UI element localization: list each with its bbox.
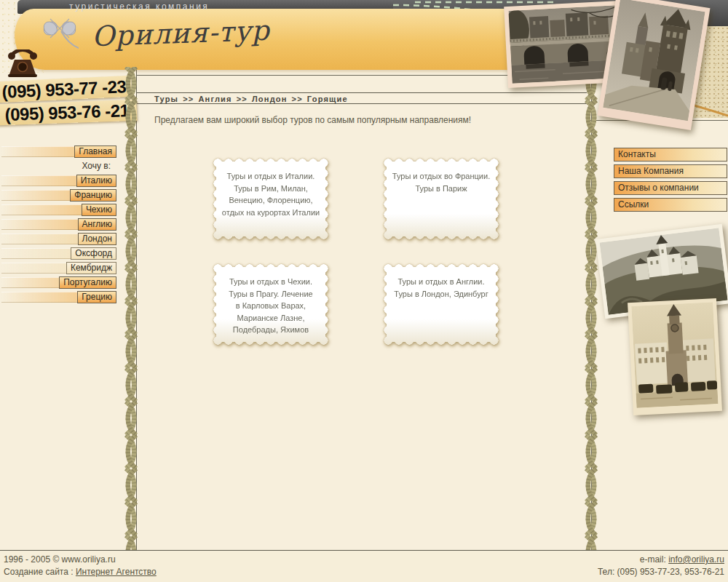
nav-item-greece[interactable]: Грецию [1,291,116,303]
footer-site-by-label: Создание сайта : [4,567,74,577]
tour-card-france[interactable]: Туры и отдых во Франции. Туры в Париж [383,158,499,240]
nav-item-our-company[interactable]: Наша Компания [614,164,727,178]
tour-card-czech[interactable]: Туры и отдых в Чехии. Туры в Прагу. Лече… [213,263,329,346]
nav-label[interactable]: Оксфорд [71,247,116,260]
tour-card-text: Туры и отдых в Англии. Туры в Лондон, Эд… [387,267,496,300]
nav-label[interactable]: Францию [70,189,116,202]
nav-item-london[interactable]: Лондон [1,233,116,245]
company-logo[interactable]: Орилия-тур [91,15,270,53]
right-navigation: Контакты Наша Компания Отзывы о компании… [614,148,727,215]
nav-label[interactable]: Главная [74,146,116,158]
breadcrumb-separator: >> [237,95,248,103]
nav-item-portugal[interactable]: Португалию [1,276,116,289]
nav-label[interactable]: Лондон [78,233,116,245]
nav-label[interactable]: Италию [76,175,116,187]
tour-card-text: Туры и отдых во Франции. Туры в Париж [387,162,496,194]
intro-text: Предлагаем вам широкий выбор туров по са… [154,115,471,125]
tour-card-text: Туры и отдых в Чехии. Туры в Прагу. Лече… [216,267,325,336]
right-rope-decoration [582,67,601,550]
breadcrumb-england[interactable]: Англия [198,95,232,103]
footer-email-link[interactable]: info@oriliya.ru [668,554,724,565]
nav-item-links[interactable]: Ссылки [614,198,727,212]
clover-logo-icon[interactable] [42,12,79,54]
nav-item-england[interactable]: Англию [1,218,116,231]
nav-caption-want-to: Хочу в: [1,160,116,172]
nav-item-cambridge[interactable]: Кембридж [1,262,116,274]
breadcrumb-hot-tours[interactable]: Горящие [307,95,348,103]
nav-label[interactable]: Англию [78,218,116,231]
tour-card-england[interactable]: Туры и отдых в Англии. Туры в Лондон, Эд… [383,263,499,346]
left-navigation: Главная Хочу в: Италию Францию Чехию Анг… [1,146,116,306]
nav-item-reviews[interactable]: Отзывы о компании [614,181,727,195]
oriliya-tour-page: туристическая компания Орилия-тур [0,0,728,582]
tour-card-italy[interactable]: Туры и отдых в Италии. Туры в Рим, Милан… [213,158,329,240]
nav-item-czech[interactable]: Чехию [1,204,116,216]
vintage-photo-tower [598,0,711,130]
retro-telephone-icon [6,49,39,81]
nav-item-home[interactable]: Главная [1,146,116,158]
breadcrumb: Туры>>Англия>>Лондон>>Горящие [137,92,587,104]
breadcrumb-separator: >> [183,95,194,103]
left-rope-decoration [122,67,141,550]
nav-label[interactable]: Чехию [82,204,116,216]
footer-site-by-link[interactable]: Интернет Агентство [76,567,157,577]
nav-label[interactable]: Португалию [59,276,116,289]
breadcrumb-separator: >> [292,95,303,103]
nav-item-france[interactable]: Францию [1,189,116,202]
tour-card-text: Туры и отдых в Италии. Туры в Рим, Милан… [216,162,325,218]
breadcrumb-london[interactable]: Лондон [252,95,288,103]
nav-item-italy[interactable]: Италию [1,175,116,187]
footer: 1996 - 2005 © www.oriliya.ru Создание са… [0,550,728,582]
company-tagline: туристическая компания [69,1,209,12]
phone-number-2: (095) 953-76 -21 [0,100,137,126]
breadcrumb-tours[interactable]: Туры [154,95,178,103]
footer-copyright: 1996 - 2005 © www.oriliya.ru [4,554,157,566]
vintage-photo-kremlin-tower [628,298,722,415]
nav-item-oxford[interactable]: Оксфорд [1,247,116,260]
nav-label[interactable]: Кембридж [66,262,116,274]
nav-label[interactable]: Грецию [77,291,116,303]
footer-email-label: e-mail: [640,554,666,565]
nav-item-contacts[interactable]: Контакты [614,148,727,162]
footer-phones: Тел: (095) 953-77-23, 953-76-21 [598,566,724,578]
